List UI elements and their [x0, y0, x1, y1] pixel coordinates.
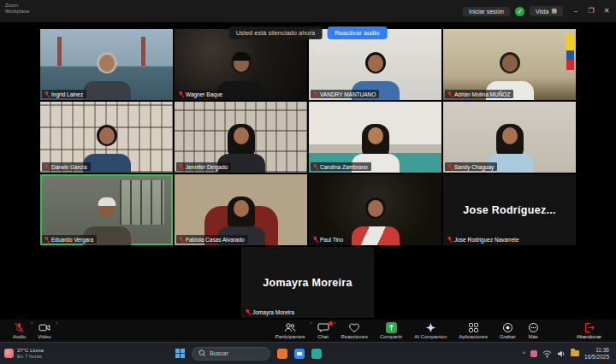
mic-muted-icon	[44, 236, 50, 243]
toolbar-center-group: Participantes ^ Chat ^ Reacciones Compar…	[270, 320, 545, 341]
taskbar-app-icon-zoom[interactable]	[294, 349, 305, 359]
mic-muted-icon	[178, 91, 184, 97]
tray-app-icon[interactable]	[530, 350, 537, 357]
mute-banner: Usted está silenciado ahora Reactivar au…	[229, 26, 388, 39]
mic-muted-icon	[44, 91, 50, 97]
participant-nameplate: Darwin García	[42, 162, 91, 171]
participant-tile-adrian[interactable]: Adrián Molina MUÑOZ	[443, 29, 576, 100]
minimize-button[interactable]: –	[568, 0, 583, 22]
chat-button[interactable]: Chat ^	[311, 320, 335, 341]
window-titlebar: Zoom Workplace Iniciar sesión ✓ Vista ▦ …	[0, 0, 616, 22]
meeting-toolbar: Audio ^ Video ^ Participantes ^ Chat ^	[0, 320, 616, 342]
participant-nameplate: Jennifer Delgado	[176, 162, 231, 171]
windows-start-button[interactable]	[175, 349, 185, 358]
mic-off-icon	[14, 322, 25, 333]
taskbar-app-icon[interactable]	[277, 349, 287, 359]
unmute-button[interactable]: Reactivar audio	[327, 26, 387, 39]
share-screen-icon	[386, 322, 397, 333]
participant-nameplate: Adrián Molina MUÑOZ	[445, 90, 513, 98]
participant-tile-wagner[interactable]: Wagner Baque	[175, 29, 307, 100]
participant-nameplate: Jose Rodriguez Navarrete	[445, 235, 523, 244]
participant-tile-sandy[interactable]: Sandy Chaguay	[443, 102, 576, 173]
signin-button[interactable]: Iniciar sesión	[463, 7, 510, 16]
grid-row: Jomayra Moreira Jomayra Moreira	[241, 247, 576, 318]
mic-muted-icon	[245, 308, 251, 315]
maximize-button[interactable]: ❐	[583, 0, 599, 22]
participant-tile-jose[interactable]: Jose Rodríguez... Jose Rodriguez Navarre…	[443, 174, 576, 245]
taskbar-clock[interactable]: 11:36 16/5/2025	[584, 347, 609, 360]
leave-icon	[583, 322, 595, 333]
mute-banner-message: Usted está silenciado ahora	[229, 26, 323, 39]
participant-nameplate: Fabiola Casas Alvarado	[176, 235, 248, 244]
participant-tile-eduardo[interactable]: Eduardo Vergara	[40, 174, 173, 245]
participant-tile-fabiola[interactable]: Fabiola Casas Alvarado	[175, 174, 307, 245]
system-tray: ^ 11:36 16/5/2025	[523, 347, 616, 360]
participant-tile-vandry[interactable]: VANDRY MANTUANO	[309, 29, 441, 100]
taskbar-center: Buscar	[175, 347, 322, 361]
weather-temp: 27°C Lluvia	[17, 348, 44, 354]
participant-nameplate: VANDRY MANTUANO	[311, 90, 379, 98]
view-button[interactable]: Vista ▦	[530, 6, 563, 16]
mic-muted-icon	[447, 163, 453, 170]
ai-companion-button[interactable]: AI Companion	[408, 320, 453, 341]
participant-nameplate: Paul Tino	[311, 235, 346, 244]
reactions-heart-icon	[348, 322, 360, 333]
app-title: Zoom Workplace	[5, 3, 29, 15]
windows-taskbar: 27°C Lluvia En 7 horas Buscar ^ 11:36 16…	[0, 342, 616, 364]
mic-muted-icon	[447, 236, 453, 243]
weather-widget[interactable]: 27°C Lluvia En 7 horas	[0, 348, 175, 360]
participant-nameplate: Ingrid Lainez	[42, 90, 86, 98]
grid-row: Ingrid Lainez Wagner Baque VANDRY MANTUA…	[40, 29, 576, 100]
participant-nameplate: Sandy Chaguay	[445, 162, 497, 171]
participant-nameplate: Jomayra Moreira	[243, 308, 298, 316]
mic-muted-icon	[447, 91, 453, 97]
weather-icon	[4, 349, 14, 358]
participant-video	[341, 196, 410, 245]
apps-icon	[468, 322, 479, 333]
chevron-up-icon[interactable]: ^	[56, 321, 57, 326]
participant-tile-paul[interactable]: Paul Tino	[309, 174, 441, 245]
record-icon	[502, 322, 513, 333]
participant-tile-ingrid[interactable]: Ingrid Lainez	[40, 29, 173, 100]
folder-icon[interactable]	[571, 350, 579, 356]
mic-muted-icon	[178, 236, 184, 243]
tray-chevron-up-icon[interactable]: ^	[523, 350, 525, 356]
more-button[interactable]: Más	[522, 320, 545, 341]
participant-tile-jennifer[interactable]: Jennifer Delgado	[175, 102, 307, 173]
more-ellipsis-icon	[528, 322, 539, 333]
leave-meeting-button[interactable]: Abandonar	[571, 320, 607, 341]
grid-row: Eduardo Vergara Fabiola Casas Alvarado P…	[40, 174, 576, 245]
record-button[interactable]: Grabar	[494, 320, 522, 341]
mic-muted-icon	[312, 91, 318, 97]
wifi-icon[interactable]	[542, 349, 552, 358]
mic-muted-icon	[178, 163, 184, 170]
volume-icon[interactable]	[557, 349, 566, 358]
participant-tile-carolina[interactable]: Carolina Zambrano	[309, 102, 441, 173]
participant-nameplate: Wagner Baque	[176, 90, 226, 98]
ai-companion-sparkle-icon	[425, 322, 436, 333]
participant-tile-darwin[interactable]: Darwin García	[40, 102, 173, 173]
grid-row: Darwin García Jennifer Delgado Carolina …	[40, 102, 576, 173]
mic-muted-icon	[44, 163, 50, 170]
taskbar-app-icon[interactable]	[311, 349, 322, 359]
share-screen-button[interactable]: Compartir	[374, 320, 408, 341]
search-icon	[198, 349, 206, 357]
reactions-button[interactable]: Reacciones	[335, 320, 374, 341]
video-button[interactable]: Video ^	[32, 320, 56, 341]
audio-button[interactable]: Audio ^	[7, 320, 32, 341]
participant-grid: Ingrid Lainez Wagner Baque VANDRY MANTUA…	[40, 29, 576, 320]
mic-muted-icon	[312, 163, 318, 170]
participants-icon	[284, 322, 296, 333]
apps-button[interactable]: Aplicaciones	[453, 320, 494, 341]
weather-forecast: En 7 horas	[17, 354, 44, 360]
participants-button[interactable]: Participantes ^	[270, 320, 311, 341]
encryption-check-icon: ✓	[515, 7, 524, 16]
participant-nameplate: Eduardo Vergara	[42, 235, 97, 244]
close-button[interactable]: ✕	[599, 0, 614, 22]
participant-tile-jomayra[interactable]: Jomayra Moreira Jomayra Moreira	[241, 247, 374, 318]
chat-icon	[317, 322, 329, 333]
chat-badge	[329, 321, 333, 326]
participant-nameplate: Carolina Zambrano	[311, 162, 371, 171]
search-input[interactable]: Buscar	[192, 347, 270, 361]
mic-muted-icon	[312, 236, 318, 243]
